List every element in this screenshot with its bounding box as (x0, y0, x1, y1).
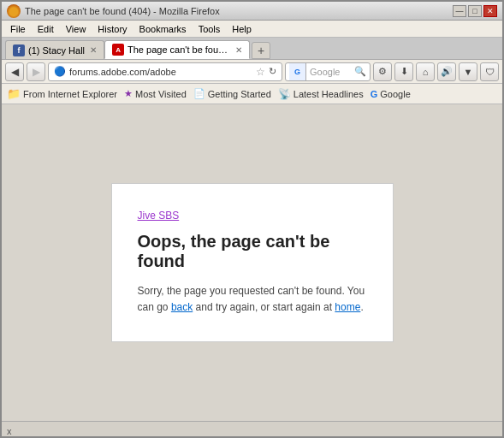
menu-help[interactable]: Help (227, 22, 257, 36)
google-icon: G (371, 89, 378, 99)
jive-sbs-breadcrumb[interactable]: Jive SBS (138, 210, 367, 222)
security-icon: 🔵 (54, 66, 66, 77)
bookmark-google-label: Google (380, 89, 410, 99)
bookmark-latest-headlines-label: Latest Headlines (294, 89, 364, 99)
back-link[interactable]: back (171, 301, 193, 313)
search-placeholder: Google (310, 67, 353, 77)
speaker-button[interactable]: 🔊 (437, 62, 456, 81)
close-button[interactable]: ✕ (483, 5, 497, 17)
bookmarks-bar: 📁 From Internet Explorer ★ Most Visited … (2, 84, 502, 104)
bookmark-ie-label: From Internet Explorer (23, 89, 117, 99)
error-body: Sorry, the page you requested can't be f… (138, 283, 367, 316)
firefox-icon (7, 4, 21, 18)
menu-view[interactable]: View (61, 22, 92, 36)
new-tab-button[interactable]: + (252, 42, 270, 59)
minimize-button[interactable]: — (453, 5, 466, 17)
tab-facebook-close[interactable]: ✕ (90, 45, 97, 55)
address-bar[interactable]: 🔵 forums.adobe.com/adobe ☆ ↻ (48, 62, 282, 81)
expand-button[interactable]: ▼ (459, 62, 477, 81)
error-body-suffix: . (360, 301, 363, 313)
rss-icon: 📡 (278, 88, 291, 100)
bookmark-ie[interactable]: 📁 From Internet Explorer (7, 87, 117, 100)
home-link[interactable]: home (335, 301, 360, 313)
facebook-favicon: f (13, 44, 25, 56)
maximize-button[interactable]: □ (468, 5, 482, 17)
window-controls: — □ ✕ (453, 5, 497, 17)
forward-button[interactable]: ▶ (27, 62, 45, 81)
error-card: Jive SBS Oops, the page can't be found S… (111, 183, 394, 342)
folder-icon: 📁 (7, 87, 21, 100)
page-content-area: Jive SBS Oops, the page can't be found S… (2, 104, 502, 421)
error-body-middle: and try again, or start again at (193, 301, 335, 313)
shield-button[interactable]: 🛡 (480, 62, 499, 81)
window-title: The page can't be found (404) - Mozilla … (25, 6, 220, 16)
browser-window: The page can't be found (404) - Mozilla … (2, 2, 502, 438)
error-title: Oops, the page can't be found (138, 232, 367, 271)
menu-history[interactable]: History (92, 22, 132, 36)
home-button[interactable]: ⌂ (416, 62, 435, 81)
bookmark-most-visited-label: Most Visited (135, 89, 187, 99)
status-text: x (7, 426, 12, 436)
tab-bar: f (1) Stacy Hall ✕ A The page can't be f… (2, 38, 502, 60)
search-box[interactable]: G Google 🔍 (285, 62, 371, 81)
back-button[interactable]: ◀ (5, 62, 24, 81)
getting-started-icon: 📄 (193, 88, 205, 99)
reload-icon[interactable]: ↻ (269, 66, 276, 77)
tab-facebook-label: (1) Stacy Hall (28, 45, 85, 56)
menu-edit[interactable]: Edit (33, 22, 59, 36)
tab-404-label: The page can't be found (404) (127, 44, 230, 55)
most-visited-icon: ★ (124, 88, 133, 99)
tab-404[interactable]: A The page can't be found (404) ✕ (104, 40, 250, 59)
bookmark-getting-started[interactable]: 📄 Getting Started (193, 88, 271, 99)
search-engine-icon: G (289, 63, 306, 80)
bookmark-google[interactable]: G Google (371, 89, 411, 99)
menu-bar: File Edit View History Bookmarks Tools H… (2, 21, 502, 38)
menu-bookmarks[interactable]: Bookmarks (134, 22, 192, 36)
bookmark-latest-headlines[interactable]: 📡 Latest Headlines (278, 88, 364, 100)
bookmark-star-icon[interactable]: ☆ (256, 66, 265, 78)
menu-file[interactable]: File (5, 22, 31, 36)
adobe-favicon: A (112, 44, 124, 56)
bookmark-getting-started-label: Getting Started (208, 89, 271, 99)
bookmark-most-visited[interactable]: ★ Most Visited (124, 88, 187, 99)
title-bar: The page can't be found (404) - Mozilla … (2, 2, 502, 21)
url-text: forums.adobe.com/adobe (69, 67, 252, 77)
search-go-icon[interactable]: 🔍 (354, 66, 366, 77)
status-bar: x (2, 421, 502, 438)
menu-tools[interactable]: Tools (193, 22, 226, 36)
download-button[interactable]: ⬇ (394, 62, 413, 81)
tab-facebook[interactable]: f (1) Stacy Hall ✕ (5, 40, 104, 59)
tab-404-close[interactable]: ✕ (235, 45, 242, 55)
nav-bar: ◀ ▶ 🔵 forums.adobe.com/adobe ☆ ↻ G Googl… (2, 60, 502, 84)
gear-button[interactable]: ⚙ (373, 62, 392, 81)
